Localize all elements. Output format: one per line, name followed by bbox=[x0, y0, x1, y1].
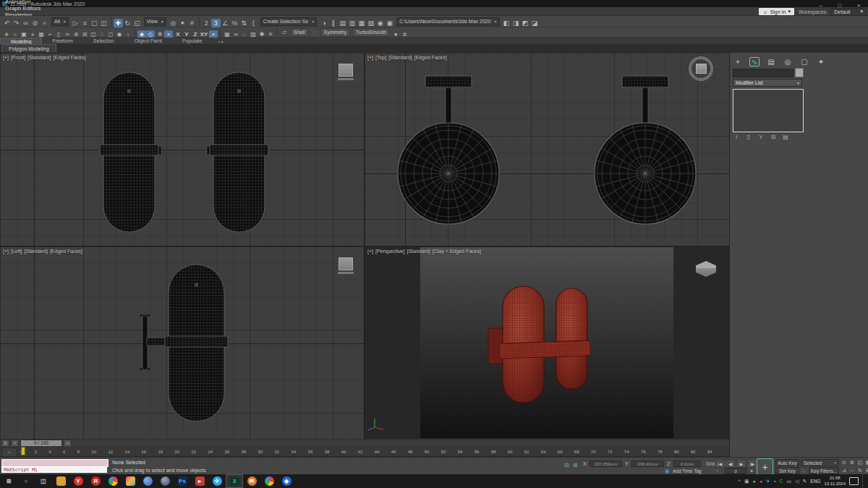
language-indicator[interactable]: ENG bbox=[810, 479, 820, 484]
prism-app[interactable] bbox=[122, 474, 139, 488]
animation-layer-icon[interactable]: ∴ bbox=[801, 468, 805, 474]
modifier-list-select[interactable]: Modifier List ▾ bbox=[733, 79, 802, 87]
viewport-perspective[interactable]: [+][Perspective][Standard][Clay + Edged … bbox=[365, 247, 729, 439]
zoom-extents-icon[interactable]: ◱ bbox=[856, 458, 864, 466]
go-to-start-icon[interactable]: |◀ bbox=[715, 459, 725, 468]
menu-item[interactable]: Graph Editors bbox=[0, 5, 46, 12]
selection-filter-select[interactable]: All▾ bbox=[51, 17, 69, 26]
viewport-label-segment[interactable]: [+] bbox=[3, 55, 9, 60]
curve-editor-icon[interactable]: ▦ bbox=[357, 19, 366, 27]
align-icon[interactable]: ∥ bbox=[328, 19, 338, 27]
tray-screenshot-icon[interactable]: ▣ bbox=[744, 479, 749, 484]
capsule-object-right[interactable] bbox=[207, 72, 268, 232]
capsule-top-right[interactable] bbox=[595, 76, 696, 224]
maxscript-mini-listener[interactable]: MAXScript Mi bbox=[1, 466, 107, 473]
viewport-label-segment[interactable]: [Front] bbox=[11, 55, 25, 60]
reference-coordinate-select[interactable]: View▾ bbox=[144, 17, 166, 26]
viewport-label-segment[interactable]: [+] bbox=[367, 249, 373, 254]
y-coordinate-field[interactable]: 200,43mm bbox=[631, 461, 664, 467]
ribbon-tab[interactable]: Populate bbox=[172, 38, 213, 44]
previous-frame-button[interactable]: < bbox=[11, 440, 19, 447]
maximize-button[interactable]: □ bbox=[830, 0, 849, 10]
polygon-modeling-panel-tab[interactable]: Polygon Modeling bbox=[1, 44, 56, 52]
ribbon-tab[interactable]: Freeform bbox=[42, 38, 82, 44]
x-coordinate-field[interactable]: 237,059mm bbox=[590, 461, 622, 467]
chrome-app[interactable] bbox=[104, 474, 122, 488]
project-folder-select[interactable]: C:\Users\New\Documents\3ds Max 2020▾ bbox=[396, 17, 499, 26]
viewcube[interactable] bbox=[338, 64, 354, 81]
maximize-viewport-icon[interactable]: ⊞ bbox=[864, 466, 868, 474]
timeline-ruler[interactable]: 0246810121416182022242628303234363840424… bbox=[20, 447, 712, 456]
zoom-all-icon[interactable]: ⊚ bbox=[848, 458, 856, 466]
absolute-offset-toggle-icon[interactable]: ⊞ bbox=[573, 463, 578, 468]
play-icon[interactable]: ▶ bbox=[736, 459, 746, 468]
viewport-label-segment[interactable]: [+] bbox=[367, 55, 373, 60]
current-frame-field[interactable]: 0 bbox=[725, 468, 746, 474]
symmetry-button[interactable]: Symmetry bbox=[320, 28, 351, 37]
ribbon-overflow-button[interactable]: ▪ ▾ bbox=[218, 39, 223, 44]
make-unique-icon[interactable]: Y bbox=[757, 134, 765, 141]
viewport-label-segment[interactable]: [Left] bbox=[11, 249, 22, 254]
tray-mini-icon[interactable]: ▪ bbox=[774, 479, 775, 484]
capsule-object-left[interactable] bbox=[100, 72, 161, 232]
viewport-label-segment[interactable]: [Top] bbox=[375, 55, 386, 60]
axis-y-button[interactable]: Y bbox=[182, 30, 191, 38]
modify-tab[interactable]: ∿ bbox=[749, 57, 760, 67]
close-button[interactable]: × bbox=[849, 0, 868, 10]
add-time-tag-button[interactable]: Add Time Tag bbox=[673, 468, 702, 474]
tray-expand-icon[interactable]: ^ bbox=[739, 479, 741, 484]
mini-curve-editor-button[interactable]: ≈ bbox=[1, 448, 17, 457]
track-list-button[interactable]: ≡ bbox=[1, 440, 9, 447]
start-button[interactable]: ⊞ bbox=[0, 474, 17, 488]
axis-xy-button[interactable]: XY bbox=[200, 30, 208, 38]
hierarchy-tab[interactable]: ▤ bbox=[766, 57, 776, 67]
track-bar[interactable]: ≈ 02468101214161820222426283032343638404… bbox=[0, 446, 729, 457]
axis-z-button[interactable]: Z bbox=[191, 30, 200, 38]
tray-pen-icon[interactable]: ✎ bbox=[802, 479, 807, 484]
key-mode-toggle-icon[interactable]: ◦ bbox=[716, 468, 718, 474]
telegram-app[interactable]: ✈ bbox=[208, 474, 226, 488]
viewport-label-segment[interactable]: [+] bbox=[3, 249, 9, 254]
ribbon-tab[interactable]: Modeling bbox=[0, 38, 42, 44]
yandex-app[interactable]: Я bbox=[87, 474, 104, 488]
modifier-stack[interactable] bbox=[733, 89, 804, 132]
object-color-swatch[interactable] bbox=[795, 68, 804, 77]
display-tab[interactable]: ▢ bbox=[799, 57, 809, 67]
ribbon-tab[interactable]: Object Paint bbox=[124, 38, 172, 44]
create-tab[interactable]: + bbox=[733, 57, 743, 67]
render-preset-icon[interactable]: ◧ bbox=[502, 19, 511, 27]
previous-frame-icon[interactable]: ◀| bbox=[726, 459, 736, 468]
viewport-label-segment[interactable]: [Edged Faces] bbox=[50, 249, 82, 254]
rendered-frame-window-icon[interactable]: ◨ bbox=[511, 19, 521, 27]
tray-telegram-icon[interactable]: ✈ bbox=[766, 479, 770, 484]
set-key-button[interactable]: Set Key bbox=[775, 467, 799, 474]
planet-app[interactable] bbox=[156, 474, 174, 488]
capsule-top-left[interactable] bbox=[398, 76, 499, 224]
utilities-tab[interactable]: ✦ bbox=[816, 57, 826, 67]
clock[interactable]: 21:58 13.11.2024 bbox=[824, 476, 846, 487]
axis-x-button[interactable]: X bbox=[174, 30, 182, 38]
tray-antivirus-icon[interactable]: ● bbox=[753, 479, 756, 484]
key-filters-button[interactable]: Key Filters... bbox=[809, 467, 839, 474]
viewcube[interactable] bbox=[689, 56, 713, 81]
viewport-label-segment[interactable]: [Perspective] bbox=[375, 249, 404, 254]
viewport-label-segment[interactable]: [Edged Faces] bbox=[54, 55, 86, 60]
zoom-icon[interactable]: ⊙ bbox=[841, 458, 848, 466]
share-app[interactable]: ◆ bbox=[278, 474, 295, 488]
viewport-top[interactable]: [+][Top][Standard][Edged Faces] bbox=[365, 53, 729, 246]
time-slider-handle[interactable]: 0 / 100 bbox=[20, 440, 62, 447]
render-production-icon[interactable]: ◩ bbox=[521, 19, 530, 27]
selected-set-select[interactable]: Selected▾ bbox=[801, 459, 839, 466]
auto-key-button[interactable]: Auto Key bbox=[775, 459, 799, 466]
current-frame-marker[interactable] bbox=[21, 447, 25, 455]
viewport-front[interactable]: [+][Front][Standard][Edged Faces] bbox=[0, 53, 364, 246]
object-name-field[interactable] bbox=[733, 69, 793, 77]
viewport-label-segment[interactable]: [Edged Faces] bbox=[414, 55, 446, 60]
tray-record-icon[interactable]: ● bbox=[760, 479, 762, 484]
capsule-model-3d[interactable] bbox=[488, 286, 590, 403]
mirror-icon[interactable]: ◑ bbox=[319, 19, 328, 27]
sign-in-button[interactable]: ☺ Sign In ▾ bbox=[759, 8, 793, 15]
field-of-view-icon[interactable]: ⊿ bbox=[841, 466, 848, 474]
globe-app[interactable] bbox=[139, 474, 156, 488]
next-frame-button[interactable]: > bbox=[64, 440, 72, 447]
